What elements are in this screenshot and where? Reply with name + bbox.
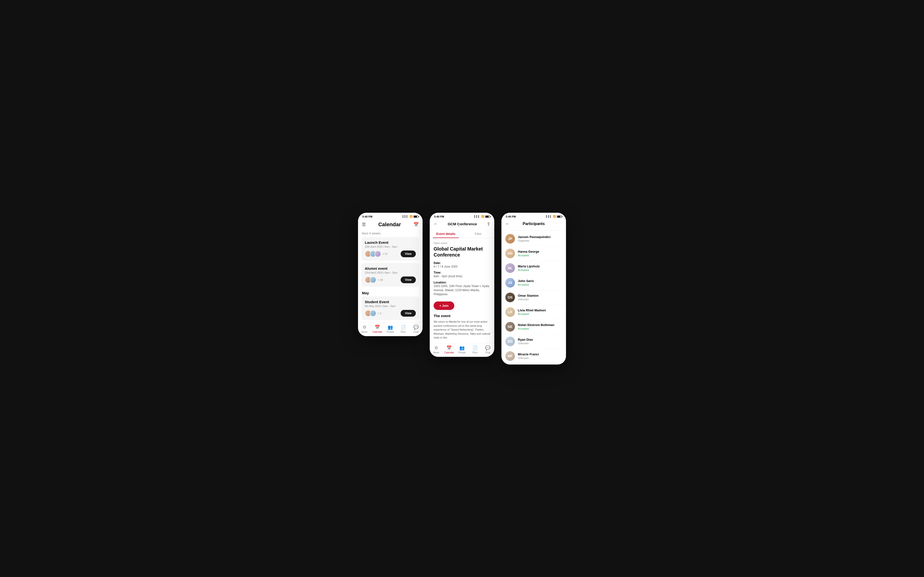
view-btn-launch[interactable]: View [401,250,416,257]
status-bar-1: 5:40 PM ▎▎▎ 📶 [358,213,423,219]
signal-icon-3: ▎▎▎ [546,215,552,218]
location-value: 1003-1005, 10th Floor, Ayala Tower I, Ay… [434,284,490,296]
nav-label-calendar-2: Calendar [444,351,454,354]
participant-item[interactable]: NENolan Ekstrom BothmanAccepted [501,319,566,334]
participant-info: John SarisAccepted [518,279,562,286]
participant-item[interactable]: LRLivia Rhiel MadsenAccepted [501,305,566,319]
event-card-alumni: Alumni event 23rd April 2020 | 8am - 5pm… [362,263,419,287]
screen3-content: ← Participants JPJaxson PassaquindiciOrg… [501,219,566,364]
nav-item-files-1[interactable]: 📄 Files [397,324,410,333]
participant-avatar: NE [505,322,515,332]
participant-item[interactable]: RDRyan DiasUnknown [501,334,566,349]
nav-item-news-1[interactable]: ⚙ News [358,324,371,333]
hamburger-icon[interactable]: ☰ [362,222,366,227]
tabs-bar-2: Event details Files [430,230,494,238]
tab-event-details[interactable]: Event details [430,230,462,238]
participant-name: Miracle Franci [518,353,562,356]
calendar-icon-2: 📅 [446,345,452,351]
avatars-launch: + 57 [365,250,388,257]
participant-avatar: OS [505,293,515,302]
date-value: 6 / 7 / 8 June 2020 [434,265,490,269]
nav-item-news-2[interactable]: ⚙ News [430,345,443,354]
event-footer-alumni: + 20 View [365,276,416,283]
participant-item[interactable]: JPJaxson PassaquindiciOrganiser [501,232,566,246]
avatar-3-launch [375,250,381,257]
nav-item-people-2[interactable]: 👥 People [456,345,468,354]
screens-container: 5:40 PM ▎▎▎ 📶 ☰ Calendar 📅 Next 4 weeks … [348,203,576,374]
participant-info: Jaxson PassaquindiciOrganiser [518,235,562,242]
participant-info: Livia Rhiel MadsenAccepted [518,308,562,316]
nav-item-calendar-2[interactable]: 📅 Calendar [443,345,456,354]
participant-item[interactable]: MLMaria LipshutzAccepted [501,261,566,276]
battery-icon-3 [557,215,562,218]
status-icons-3: ▎▎▎ 📶 [546,215,562,218]
participant-name: John Saris [518,279,562,283]
nav-label-files-1: Files [401,330,406,333]
nav-label-files-2: Files [472,351,477,354]
participant-status: Unknown [518,342,562,345]
view-btn-alumni[interactable]: View [401,276,416,283]
participant-avatar: MF [505,351,515,361]
back-icon-2[interactable]: ← [434,221,438,226]
news-icon-2: ⚙ [435,345,438,351]
event-big-title: Global Capital Market Conference [434,246,490,258]
nav-label-calendar-1: Calendar [373,330,382,333]
avatar-2-student [370,310,376,317]
time-label: Time: [434,271,490,274]
participant-avatar: JS [505,278,515,287]
bottom-nav-1: ⚙ News 📅 Calendar 👥 People 📄 Files 💬 Cha… [358,322,423,336]
event-date-launch: 20th April 2020 | 8am - 5pm [365,245,416,248]
nav-item-calendar-1[interactable]: 📅 Calendar [371,324,384,333]
participant-info: Omar StantonUnknown [518,294,562,301]
tab-files[interactable]: Files [462,230,494,238]
people-icon-1: 👥 [388,324,393,330]
avatar-2-alumni [370,276,376,283]
battery-icon-2 [485,215,490,218]
participant-item[interactable]: HGHanna GeorgeAccepted [501,246,566,261]
news-icon-1: ⚙ [363,324,367,330]
back-icon-3[interactable]: ← [505,221,510,226]
nav-label-news-2: News [433,351,439,354]
screen2-content: ← GCM Conference ⇧ Event details Files O… [430,219,494,343]
participant-status: Unknown [518,356,562,359]
nav-item-chat-1[interactable]: 💬 Chat [410,324,423,333]
event-title-student: Student Event [365,300,416,304]
bottom-nav-2: ⚙ News 📅 Calendar 👥 People 📄 Files 💬 Cha… [430,343,494,357]
files-icon-2: 📄 [472,345,478,351]
screen2-title: GCM Conference [448,222,477,226]
nav-label-people-1: People [386,330,394,333]
calendar-add-icon[interactable]: 📅 [414,222,419,227]
nav-label-chat-2: Chat [485,351,490,354]
participant-item[interactable]: JSJohn SarisAccepted [501,276,566,290]
participant-item[interactable]: OSOmar StantonUnknown [501,290,566,305]
participant-info: Nolan Ekstrom BothmanAccepted [518,323,562,330]
participant-status: Accepted [518,327,562,330]
participant-item[interactable]: MFMiracle FranciUnknown [501,349,566,364]
participant-name: Livia Rhiel Madsen [518,308,562,312]
calendar-icon-1: 📅 [375,324,380,330]
participant-status: Accepted [518,283,562,286]
status-time-3: 5:40 PM [506,215,516,218]
participant-status: Accepted [518,269,562,271]
section-label-next4weeks: Next 4 weeks [358,230,423,237]
participant-avatar: RD [505,337,515,346]
month-label-may: May [358,289,423,297]
nav-item-files-2[interactable]: 📄 Files [468,345,481,354]
event-date-alumni: 23rd April 2020 | 8am - 5pm [365,271,416,274]
participant-avatar: HG [505,248,515,258]
view-btn-student[interactable]: View [401,310,416,317]
signal-icon-2: ▎▎▎ [475,215,480,218]
nav-item-chat-2[interactable]: 💬 Chat [481,345,494,354]
participant-status: Organiser [518,239,562,242]
participant-status: Unknown [518,298,562,301]
screen3-header: ← Participants [501,219,566,230]
event-card-launch: Launch Event 20th April 2020 | 8am - 5pm… [362,237,419,261]
share-icon-2[interactable]: ⇧ [487,221,490,227]
avatars-student: + 2 [365,310,382,317]
detail-field-time: Time: 8am - 5pm (local time) [434,271,490,279]
participant-info: Maria LipshutzAccepted [518,264,562,271]
join-button[interactable]: + Join [434,301,454,310]
nav-item-people-1[interactable]: 👥 People [384,324,397,333]
participant-avatar: ML [505,263,515,273]
event-detail-content: Open event Global Capital Market Confere… [430,238,494,343]
